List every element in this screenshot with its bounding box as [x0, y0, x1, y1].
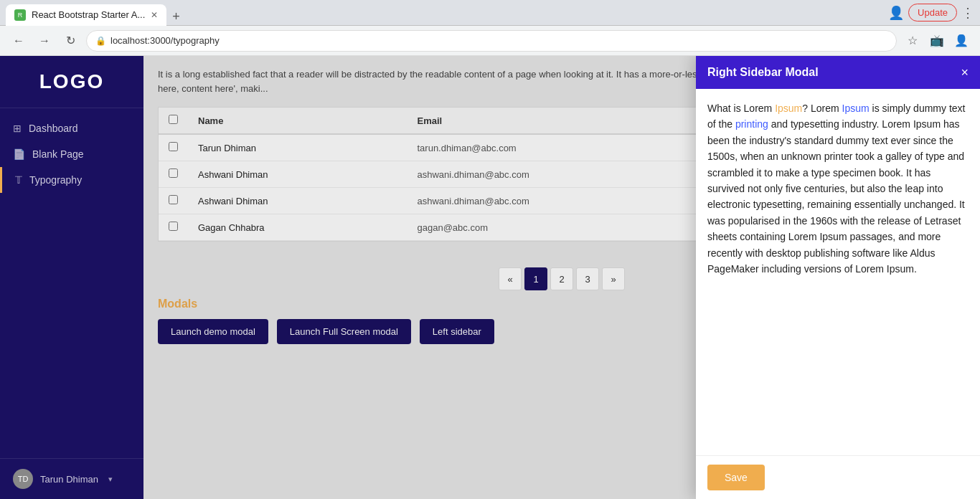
text-highlight-ipsum2: Ipsum: [842, 103, 870, 114]
row-email: tarun.dhiman@abc.com: [407, 134, 728, 161]
row-checkbox-cell: [159, 188, 188, 214]
select-all-checkbox[interactable]: [169, 115, 178, 124]
browser-chrome: R React Bootstrap Starter A... ✕ + 👤 Upd…: [0, 0, 980, 26]
row-email: ashwani.dhiman@abc.com: [407, 161, 728, 188]
dashboard-icon: ⊞: [13, 123, 22, 134]
text-highlight-printing: printing: [735, 118, 768, 130]
new-tab-button[interactable]: +: [166, 9, 186, 24]
launch-demo-modal-button[interactable]: Launch demo modal: [158, 319, 268, 344]
row-checkbox-cell: [159, 134, 188, 161]
text-segment: ? Lorem: [802, 103, 842, 114]
sidebar-item-blank-page[interactable]: 📄 Blank Page: [0, 141, 143, 167]
sidebar-logo: LOGO: [0, 56, 143, 108]
address-text: localhost:3000/typography: [110, 35, 220, 46]
text-highlight-ipsum: Ipsum: [775, 103, 802, 114]
browser-nav-actions: 👤 Update ⋮: [888, 4, 974, 22]
table-header-name: Name: [188, 108, 407, 134]
typography-icon: 𝕋: [15, 174, 22, 186]
address-bar[interactable]: 🔒 localhost:3000/typography: [86, 30, 897, 52]
lock-icon: 🔒: [95, 36, 106, 46]
sidebar-item-dashboard[interactable]: ⊞ Dashboard: [0, 115, 143, 141]
nav-actions: ☆ 📺 👤: [903, 31, 971, 51]
row-email: gagan@abc.com: [407, 214, 728, 241]
pagination-page-2[interactable]: 2: [550, 267, 573, 290]
modal-title: Right Sidebar Modal: [707, 66, 819, 79]
pagination-prev[interactable]: «: [499, 267, 522, 290]
row-checkbox-cell: [159, 214, 188, 241]
account-button[interactable]: 👤: [951, 31, 971, 51]
row-email: ashwani.dhiman@abc.com: [407, 188, 728, 214]
row-name: Ashwani Dhiman: [188, 188, 407, 214]
tab-title: React Bootstrap Starter A...: [32, 9, 145, 20]
nav-bar: ← → ↻ 🔒 localhost:3000/typography ☆ 📺 👤: [0, 26, 980, 56]
row-checkbox[interactable]: [169, 168, 178, 178]
modal-body: What is Lorem Ipsum? Lorem Ipsum is simp…: [696, 89, 980, 455]
pagination-page-3[interactable]: 3: [576, 267, 599, 290]
app-container: LOGO ⊞ Dashboard 📄 Blank Page 𝕋 Typograp…: [0, 56, 980, 499]
sidebar-user-footer[interactable]: TD Tarun Dhiman ▾: [0, 458, 143, 499]
text-segment: What is Lorem: [707, 103, 775, 114]
avatar: TD: [13, 469, 33, 489]
table-header-email: Email: [407, 108, 728, 134]
active-tab[interactable]: R React Bootstrap Starter A... ✕: [6, 4, 166, 26]
pagination-page-1[interactable]: 1: [524, 267, 547, 290]
row-checkbox[interactable]: [169, 222, 178, 231]
reload-button[interactable]: ↻: [60, 31, 80, 51]
avatar-initials: TD: [18, 475, 29, 483]
update-button[interactable]: Update: [908, 4, 957, 22]
forward-button[interactable]: →: [34, 31, 55, 51]
file-icon: 📄: [13, 148, 25, 160]
tab-close-button[interactable]: ✕: [151, 10, 158, 20]
table-header-checkbox: [159, 108, 188, 134]
main-content: It is a long established fact that a rea…: [143, 56, 980, 499]
text-segment: and typesetting industry. Lorem Ipsum ha…: [707, 118, 965, 275]
row-name: Gagan Chhabra: [188, 214, 407, 241]
sidebar-user-name: Tarun Dhiman: [40, 474, 98, 485]
cast-button[interactable]: 📺: [927, 31, 947, 51]
modal-close-button[interactable]: ×: [961, 66, 969, 79]
user-dropdown-icon: ▾: [108, 475, 113, 484]
row-checkbox[interactable]: [169, 195, 178, 204]
right-sidebar-modal: Right Sidebar Modal × What is Lorem Ipsu…: [696, 56, 980, 499]
browser-menu-button[interactable]: ⋮: [961, 5, 974, 21]
sidebar-item-typography[interactable]: 𝕋 Typography: [0, 167, 143, 193]
modal-save-button[interactable]: Save: [707, 465, 765, 490]
sidebar-item-label: Dashboard: [29, 123, 78, 134]
pagination-next[interactable]: »: [602, 267, 625, 290]
sidebar-item-label: Blank Page: [32, 148, 84, 160]
bookmark-button[interactable]: ☆: [903, 31, 923, 51]
modal-footer: Save: [696, 455, 980, 499]
left-sidebar-modal-button[interactable]: Left sidebar: [420, 319, 494, 344]
modal-header: Right Sidebar Modal ×: [696, 56, 980, 89]
sidebar-nav: ⊞ Dashboard 📄 Blank Page 𝕋 Typography: [0, 108, 143, 458]
row-name: Ashwani Dhiman: [188, 161, 407, 188]
sidebar-item-label: Typography: [29, 174, 82, 186]
row-checkbox-cell: [159, 161, 188, 188]
sidebar: LOGO ⊞ Dashboard 📄 Blank Page 𝕋 Typograp…: [0, 56, 143, 499]
back-button[interactable]: ←: [9, 31, 29, 51]
row-checkbox[interactable]: [169, 142, 178, 151]
modal-body-text: What is Lorem Ipsum? Lorem Ipsum is simp…: [707, 100, 969, 277]
row-name: Tarun Dhiman: [188, 134, 407, 161]
launch-fullscreen-modal-button[interactable]: Launch Full Screen modal: [277, 319, 411, 344]
tab-bar: R React Bootstrap Starter A... ✕ +: [6, 0, 882, 26]
profile-icon[interactable]: 👤: [888, 5, 904, 21]
tab-favicon: R: [14, 9, 26, 21]
